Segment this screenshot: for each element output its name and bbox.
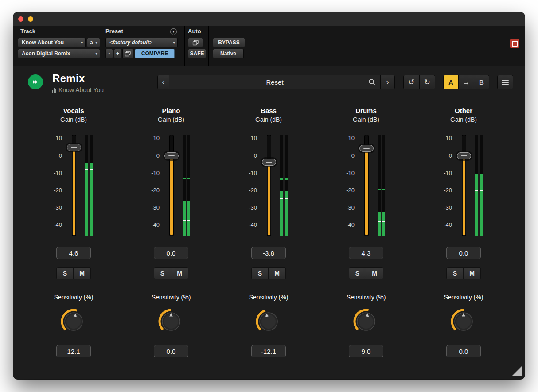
ab-a-label: A <box>448 78 453 86</box>
track-letter-selector[interactable]: a ▾ <box>87 38 100 47</box>
preset-field[interactable]: Reset <box>169 75 380 89</box>
auto-column-label: Auto <box>188 28 201 35</box>
scale-tick: -30 <box>444 204 452 211</box>
meter-peak <box>285 198 288 199</box>
preset-prev-button[interactable]: ‹ <box>158 75 169 89</box>
solo-button[interactable]: S <box>56 267 74 279</box>
sensitivity-label: Sensitivity (%) <box>428 294 499 301</box>
gain-slider-handle[interactable] <box>67 144 81 151</box>
scale-tick: -20 <box>151 187 160 194</box>
gain-slider-handle[interactable] <box>262 159 276 166</box>
plugin-subtitle: Know About You <box>52 86 104 93</box>
gain-value[interactable]: 4.6 <box>56 247 91 259</box>
meter-tick <box>285 178 288 180</box>
target-button[interactable] <box>510 39 519 48</box>
sensitivity-value[interactable]: 12.1 <box>56 345 91 357</box>
sensitivity-value[interactable]: 0.0 <box>446 345 481 357</box>
close-button[interactable] <box>18 16 23 22</box>
gain-scale: 100-10-20-30-40 <box>428 107 452 240</box>
meter-peak <box>183 220 186 221</box>
preset-name: Reset <box>266 78 283 86</box>
solo-button[interactable]: S <box>251 267 269 279</box>
gain-value[interactable]: 0.0 <box>154 247 188 259</box>
scale-tick: 0 <box>254 152 257 159</box>
sensitivity-knob[interactable] <box>157 307 185 336</box>
track-column-label: Track <box>20 28 35 35</box>
copy-preset-button[interactable] <box>122 49 133 58</box>
mute-button[interactable]: M <box>74 267 91 279</box>
compare-button[interactable]: COMPARE <box>135 49 175 58</box>
titlebar[interactable] <box>13 12 525 26</box>
preset-next-button[interactable]: › <box>380 75 394 89</box>
meter-bar <box>480 135 483 236</box>
search-icon[interactable] <box>368 78 376 86</box>
level-meter <box>475 135 483 236</box>
sensitivity-value[interactable]: 9.0 <box>349 345 383 357</box>
gain-slider-handle[interactable] <box>359 145 374 152</box>
history-controls: ↺ ↻ <box>403 75 435 89</box>
chevron-right-icon: › <box>386 78 389 87</box>
menu-button[interactable] <box>498 75 513 89</box>
sensitivity-knob[interactable] <box>59 307 88 336</box>
sensitivity-knob[interactable] <box>254 307 283 336</box>
scale-tick: -10 <box>444 170 452 176</box>
column-divider <box>507 26 507 66</box>
bypass-button[interactable]: BYPASS <box>213 38 245 47</box>
fast-forward-icon <box>31 77 40 87</box>
chevron-down-icon: ▾ <box>95 51 97 56</box>
solo-button[interactable]: S <box>349 267 366 279</box>
auto-window-button[interactable] <box>188 38 203 47</box>
scale-tick: 0 <box>156 152 160 159</box>
ab-slot-a-button[interactable]: A <box>444 75 458 89</box>
gain-value[interactable]: 4.3 <box>349 247 383 259</box>
resize-handle[interactable] <box>511 366 522 376</box>
preset-menu-icon[interactable]: ▾ <box>170 28 177 35</box>
gain-slider-handle[interactable] <box>164 152 179 159</box>
solo-button[interactable]: S <box>446 267 464 279</box>
meter-bar <box>475 135 478 236</box>
gain-slider-track[interactable] <box>169 135 174 236</box>
preset-selector[interactable]: <factory default> ▾ <box>105 38 178 47</box>
mute-button[interactable]: M <box>464 267 481 279</box>
gain-slider-track[interactable] <box>267 135 271 236</box>
solo-button[interactable]: S <box>154 267 171 279</box>
bypass-label: BYPASS <box>218 39 239 46</box>
column-divider <box>208 26 209 66</box>
sensitivity-value[interactable]: -12.1 <box>251 345 286 357</box>
meter-fill <box>382 212 385 236</box>
minimize-button[interactable] <box>28 16 33 22</box>
automation-window-icon <box>192 40 199 46</box>
ab-slot-b-button[interactable]: B <box>474 75 489 89</box>
gain-value[interactable]: 0.0 <box>446 247 481 259</box>
ab-copy-button[interactable]: → <box>458 75 474 89</box>
scale-tick: 0 <box>449 152 452 159</box>
track-selector[interactable]: Know About You ▾ <box>18 38 86 47</box>
mute-button[interactable]: M <box>171 267 188 279</box>
undo-button[interactable]: ↺ <box>404 75 419 89</box>
scale-tick: -40 <box>249 221 257 228</box>
meter-peak <box>280 198 283 199</box>
safe-button[interactable]: SAFE <box>188 49 206 58</box>
sensitivity-value[interactable]: 0.0 <box>154 345 188 357</box>
preset-next-button[interactable]: + <box>114 49 121 58</box>
scale-tick: -40 <box>151 221 160 228</box>
scale-tick: -20 <box>444 187 452 194</box>
preset-prev-button[interactable]: - <box>105 49 113 58</box>
scale-tick: -30 <box>249 204 257 211</box>
redo-button[interactable]: ↻ <box>419 75 435 89</box>
plugin-window: Track Preset ▾ Auto Know About You ▾ a ▾… <box>13 12 525 379</box>
gain-slider-track[interactable] <box>462 135 466 236</box>
meter-tick <box>183 178 186 179</box>
sensitivity-knob[interactable] <box>449 307 478 336</box>
mute-button[interactable]: M <box>366 267 383 279</box>
gain-scale: 100-10-20-30-40 <box>38 107 62 240</box>
mute-button[interactable]: M <box>269 267 286 279</box>
gain-value[interactable]: -3.8 <box>251 247 286 259</box>
native-button[interactable]: Native <box>213 49 244 58</box>
sensitivity-knob[interactable] <box>352 307 380 336</box>
gain-slider-handle[interactable] <box>457 152 471 159</box>
meter-peak <box>475 190 478 191</box>
plugin-selector[interactable]: Acon Digital Remix ▾ <box>18 49 100 58</box>
scale-tick: -30 <box>54 204 62 211</box>
meter-bar <box>280 135 283 236</box>
